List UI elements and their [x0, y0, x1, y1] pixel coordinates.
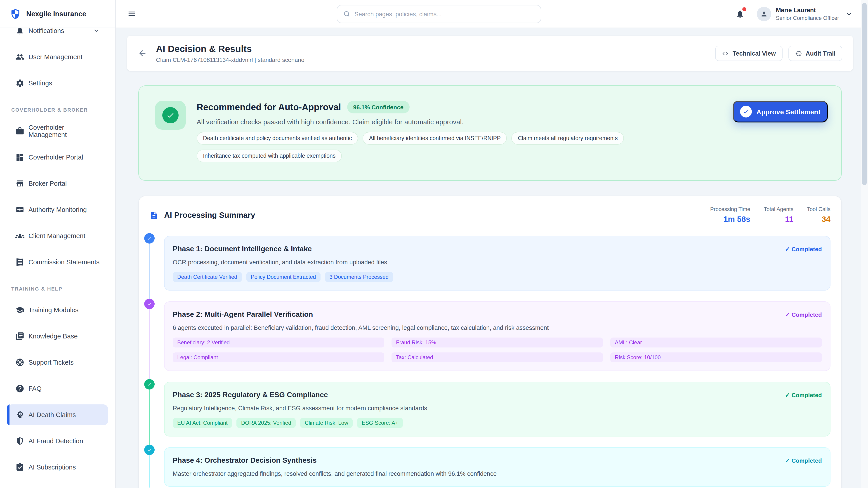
- page-header-buttons: Technical View Audit Trail: [715, 46, 842, 61]
- user-name: Marie Laurent: [776, 7, 839, 13]
- app-window: Nexgile Insurance NotificationsUser Mana…: [0, 0, 868, 488]
- history-icon: [795, 50, 802, 57]
- phase-chips: Beneficiary: 2 VerifiedFraud Risk: 15%AM…: [173, 337, 822, 362]
- recommendation-description: All verification checks passed with high…: [197, 118, 680, 126]
- gear-icon: [16, 78, 24, 88]
- sidebar-item-faq[interactable]: FAQ: [7, 378, 108, 399]
- technical-view-button[interactable]: Technical View: [715, 46, 782, 61]
- phase-title: Phase 2: Multi-Agent Parallel Verificati…: [173, 309, 313, 320]
- notifications-bell-icon[interactable]: [736, 9, 745, 19]
- phase-chips: EU AI Act: CompliantDORA 2025: VerifiedC…: [173, 418, 822, 428]
- recommendation-banner: Recommended for Auto-Approval 96.1% Conf…: [138, 86, 842, 181]
- approve-settlement-button[interactable]: Approve Settlement: [733, 101, 828, 123]
- sidebar-item-knowledge-base[interactable]: Knowledge Base: [7, 326, 108, 347]
- phase-status: ✓ Completed: [785, 246, 822, 252]
- phase-card: Phase 1: Document Intelligence & Intake✓…: [164, 236, 831, 291]
- phase-chip: Climate Risk: Low: [300, 418, 352, 428]
- notification-badge: [742, 7, 746, 11]
- phase-row: Phase 4: Orchestrator Decision Synthesis…: [164, 447, 831, 487]
- phase-chip: AML: Clear: [610, 337, 822, 348]
- phase-chip: Tax: Calculated: [392, 352, 603, 362]
- sidebar-item-support-tickets[interactable]: Support Tickets: [7, 352, 108, 373]
- search-input[interactable]: Search pages, policies, claims...: [337, 5, 541, 23]
- sidebar-item-client-management[interactable]: Client Management: [7, 225, 108, 246]
- phase-chip: Risk Score: 10/100: [610, 352, 822, 362]
- phase-chip: Policy Document Extracted: [246, 272, 320, 282]
- sidebar-item-training-modules[interactable]: Training Modules: [7, 300, 108, 320]
- sidebar-item-ai-subscriptions[interactable]: AI Subscriptions: [7, 457, 108, 478]
- sidebar-item-ai-fraud-detection[interactable]: AI Fraud Detection: [7, 431, 108, 451]
- sidebar-item-ai-death-claims[interactable]: AI Death Claims: [7, 404, 108, 425]
- timeline-connector: [149, 243, 150, 302]
- phase-chip: Death Certificate Verified: [173, 272, 242, 282]
- page-title: AI Decision & Results: [156, 43, 305, 54]
- timeline-connector: [149, 389, 150, 448]
- phase-description: OCR processing, document verification, a…: [173, 258, 822, 267]
- main-content: AI Decision & Results Claim CLM-17671081…: [116, 28, 868, 488]
- topbar-right: Marie Laurent Senior Compliance Officer: [736, 0, 852, 28]
- sidebar-item-user-management[interactable]: User Management: [7, 46, 108, 67]
- brand-logo-shield-icon: [9, 8, 21, 20]
- chevron-down-icon: [93, 28, 99, 34]
- chevron-down-icon[interactable]: [845, 10, 852, 18]
- phase-row: Phase 2: Multi-Agent Parallel Verificati…: [164, 301, 831, 382]
- recommendation-content: Recommended for Auto-Approval 96.1% Conf…: [197, 101, 680, 180]
- sidebar-item-coverholder-portal[interactable]: Coverholder Portal: [7, 147, 108, 168]
- menu-icon[interactable]: [127, 9, 136, 18]
- group-icon: [16, 231, 24, 240]
- check-chip: Death certificate and policy documents v…: [197, 132, 358, 144]
- briefcase-icon: [16, 127, 24, 135]
- users-icon: [16, 53, 24, 61]
- summary-stat: Total Agents11: [764, 206, 794, 224]
- sidebar-item-broker-portal[interactable]: Broker Portal: [7, 173, 108, 194]
- user-role: Senior Compliance Officer: [776, 15, 839, 21]
- approval-check-icon: [155, 101, 186, 130]
- phase-status: ✓ Completed: [785, 457, 822, 464]
- phase-chip: Fraud Risk: 15%: [392, 337, 603, 348]
- sidebar-item-authority-monitoring[interactable]: Authority Monitoring: [7, 199, 108, 220]
- brand-name: Nexgile Insurance: [26, 10, 86, 18]
- check-chip: Claim meets all regulatory requirements: [512, 132, 624, 144]
- receipt-icon: [16, 258, 24, 267]
- sidebar-item-commission-statements[interactable]: Commission Statements: [7, 252, 108, 272]
- back-arrow-icon[interactable]: [138, 49, 147, 58]
- audit-trail-button[interactable]: Audit Trail: [788, 46, 842, 61]
- phase-title: Phase 1: Document Intelligence & Intake: [173, 243, 312, 254]
- avatar[interactable]: [757, 7, 771, 21]
- phase-description: 6 agents executed in parallel: Beneficia…: [173, 324, 822, 332]
- sidebar-item-settings[interactable]: Settings: [7, 73, 108, 94]
- timeline-connector: [149, 455, 150, 488]
- user-info[interactable]: Marie Laurent Senior Compliance Officer: [776, 7, 839, 21]
- document-icon: [150, 211, 158, 220]
- shield-half-icon: [16, 436, 24, 446]
- phase-check-dot-icon: [144, 445, 154, 455]
- phase-chip: ESG Score: A+: [357, 418, 403, 428]
- phase-card: Phase 3: 2025 Regulatory & ESG Complianc…: [164, 382, 831, 436]
- store-icon: [16, 179, 24, 188]
- phase-chip: EU AI Act: Compliant: [173, 418, 232, 428]
- phase-check-dot-icon: [144, 379, 154, 390]
- summary-stats: Processing Time1m 58sTotal Agents11Tool …: [710, 206, 831, 224]
- sidebar-item-coverholder-management[interactable]: Coverholder Management: [7, 121, 108, 141]
- processing-summary-card: AI Processing Summary Processing Time1m …: [138, 196, 842, 488]
- phase-status: ✓ Completed: [785, 392, 822, 398]
- monitor-icon: [16, 205, 24, 214]
- summary-stat: Processing Time1m 58s: [710, 206, 750, 224]
- sidebar-header: Nexgile Insurance: [0, 0, 115, 28]
- phase-chip: 3 Documents Processed: [325, 272, 393, 282]
- summary-title: AI Processing Summary: [164, 210, 255, 220]
- check-chip: All beneficiary identities confirmed via…: [363, 132, 507, 144]
- scrollbar-track[interactable]: [861, 0, 868, 488]
- code-icon: [722, 50, 729, 57]
- check-circle-icon: [740, 106, 752, 118]
- timeline-connector: [149, 308, 150, 383]
- search-placeholder: Search pages, policies, claims...: [354, 11, 442, 18]
- topbar: Search pages, policies, claims... Marie …: [116, 0, 868, 28]
- book-icon: [16, 332, 24, 341]
- scrollbar-thumb[interactable]: [862, 3, 867, 185]
- check-chip: Inheritance tax computed with applicable…: [197, 150, 342, 162]
- phase-description: Master orchestrator aggregated findings,…: [173, 469, 822, 478]
- phase-title: Phase 3: 2025 Regulatory & ESG Complianc…: [173, 390, 328, 400]
- phase-chips: Death Certificate VerifiedPolicy Documen…: [173, 272, 822, 282]
- page-header-text: AI Decision & Results Claim CLM-17671081…: [156, 43, 305, 63]
